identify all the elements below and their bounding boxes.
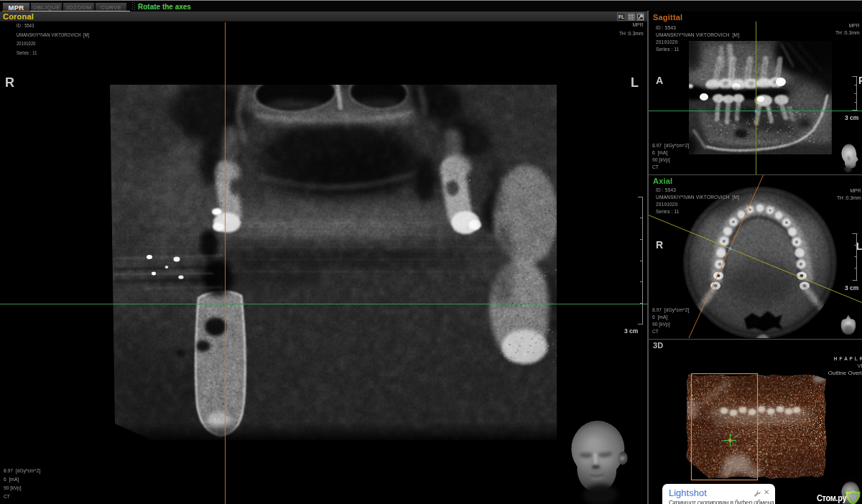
dose-dap: 8.97 [dGy*cm^2] (652, 142, 689, 149)
slice-thickness-label: TH :0.3mm (835, 29, 860, 37)
patient-name: UMANSKIY*IVAN VIKTOROVICH [M] (656, 194, 739, 201)
axial-coronal-crosshair-line[interactable] (649, 215, 862, 303)
application-window: MPR OBLIQUE 3DZOOM CURVE Rotate the axes… (0, 0, 862, 504)
threed-crosshair-marker[interactable] (724, 434, 736, 447)
dose-kvp: 90 [kVp] (652, 157, 689, 164)
patient-info-block: ID : 5543 UMANSKIY*IVAN VIKTOROVICH [M] … (656, 24, 739, 53)
mode-label: MPR (837, 187, 861, 195)
dose-modality: CT (652, 328, 689, 335)
dose-info-block: 8.97 [dGy*cm^2] 6 [mA] 90 [kVp] CT (652, 307, 689, 335)
dose-dap: 8.97 [dGy*cm^2] (652, 307, 689, 314)
dose-ma: 6 [mA] (4, 476, 40, 485)
dose-dap: 8.97 [dGy*cm^2] (4, 467, 40, 476)
threed-roi-overlay[interactable] (649, 340, 862, 504)
patient-name: UMANSKIY*IVAN VIKTOROVICH [M] (656, 32, 739, 39)
lightshot-message: Скриншот скопирован в буфер обмена (669, 499, 774, 504)
axial-panel-title: Axial (653, 177, 672, 185)
dose-kvp: 90 [kVp] (4, 485, 40, 493)
mode-thickness-block: MPR TH :0.3mm (619, 22, 644, 39)
lightshot-title: Lightshot (669, 487, 707, 498)
scale-label: 3 cm (624, 327, 638, 335)
mode-label: MPR (619, 22, 644, 30)
coronal-viewport[interactable]: ID : 5543 UMANSKIY*IVAN VIKTOROVICH [M] … (0, 22, 648, 504)
orientation-label-right: R (656, 239, 663, 251)
panel-divider-horizontal[interactable] (649, 174, 862, 175)
roi-clip-box[interactable] (692, 374, 758, 480)
coronal-panel-title: Coronal (3, 12, 34, 21)
patient-info-block: ID : 5543 UMANSKIY*IVAN VIKTOROVICH [M] … (656, 187, 739, 215)
mode-thickness-block: MPR TH :0.3mm (835, 22, 860, 37)
outline-overlay-toggle[interactable]: Outline Overlay (828, 370, 862, 376)
rotate-axes-status: Rotate the axes (138, 3, 191, 11)
panel-divider-horizontal[interactable] (649, 339, 862, 340)
close-icon[interactable]: ✕ (764, 488, 769, 496)
threed-panel-title: 3D (653, 341, 663, 350)
watermark-shield-icon (845, 490, 861, 504)
render-mode-label: VR (858, 363, 862, 369)
coronal-titlebar: Coronal FL (0, 11, 648, 22)
orientation-buttons[interactable]: H F A P L R (834, 356, 862, 361)
tab-mpr-label: MPR (8, 4, 24, 11)
scale-label: 3 cm (845, 114, 858, 121)
axial-viewport[interactable]: Axial ID : 5543 UMANSKIY*IVAN VIKTOROVIC… (649, 175, 862, 338)
series-number: Series : 11 (656, 208, 739, 215)
grid-layout-icon[interactable] (626, 12, 635, 21)
maximize-panel-icon[interactable] (636, 12, 644, 21)
panel-divider-vertical[interactable] (647, 11, 649, 504)
full-layout-button[interactable]: FL (617, 12, 626, 21)
dose-kvp: 90 [kVp] (652, 321, 689, 328)
study-date: 20191020 (656, 201, 739, 208)
sagittal-viewport[interactable]: Sagittal ID : 5543 UMANSKIY*IVAN VIKTORO… (649, 11, 862, 174)
series-number: Series : 11 (17, 50, 89, 59)
orientation-label-left: L (631, 75, 639, 90)
orientation-label-right: R (5, 75, 14, 90)
series-number: Series : 11 (656, 46, 739, 53)
toolbar-gripper[interactable] (132, 2, 135, 11)
tab-3dzoom-label: 3DZOOM (65, 4, 91, 11)
dose-info-block: 8.97 [dGy*cm^2] 6 [mA] 90 [kVp] CT (4, 467, 40, 502)
view-tabs: MPR OBLIQUE 3DZOOM CURVE (2, 1, 127, 11)
dose-modality: CT (652, 164, 689, 171)
sagittal-panel-title: Sagittal (653, 13, 682, 22)
scale-ruler (635, 196, 645, 327)
patient-id: ID : 5543 (17, 22, 89, 32)
full-layout-label: FL (618, 14, 625, 19)
orientation-label-anterior: A (656, 75, 663, 86)
scale-label: 3 cm (845, 284, 858, 291)
patient-name: UMANSKIY*IVAN VIKTOROVICH [M] (17, 32, 89, 41)
mode-label: MPR (835, 22, 860, 29)
main-tab-bar: MPR OBLIQUE 3DZOOM CURVE Rotate the axes (0, 0, 862, 11)
study-date: 20191020 (17, 40, 89, 50)
tab-curve-label: CURVE (101, 4, 121, 11)
scale-ruler (851, 233, 859, 282)
tab-oblique-label: OBLIQUE (32, 4, 60, 11)
site-watermark: Стом.ру (817, 493, 846, 503)
dose-ma: 6 [mA] (652, 149, 689, 157)
lightshot-notification[interactable]: Lightshot Скриншот скопирован в буфер об… (662, 484, 775, 504)
dose-modality: CT (4, 493, 40, 502)
axial-crosshair-center-dot[interactable] (729, 248, 732, 251)
patient-id: ID : 5543 (656, 24, 739, 32)
scale-ruler (851, 76, 859, 112)
settings-wrench-icon[interactable] (754, 490, 761, 498)
dose-ma: 6 [mA] (652, 314, 689, 321)
slice-thickness-label: TH :0.3mm (837, 195, 861, 202)
study-date: 20191020 (656, 39, 739, 46)
patient-id: ID : 5543 (656, 187, 739, 194)
mode-thickness-block: MPR TH :0.3mm (837, 187, 861, 202)
threed-viewport[interactable]: 3D H F A P L R VR Outline Overlay (649, 340, 862, 504)
dose-info-block: 8.97 [dGy*cm^2] 6 [mA] 90 [kVp] CT (652, 142, 689, 171)
patient-info-block: ID : 5543 UMANSKIY*IVAN VIKTOROVICH [M] … (17, 22, 89, 58)
slice-thickness-label: TH :0.3mm (619, 30, 644, 39)
shield-shape (847, 492, 859, 504)
coronal-ct-image (0, 22, 648, 504)
